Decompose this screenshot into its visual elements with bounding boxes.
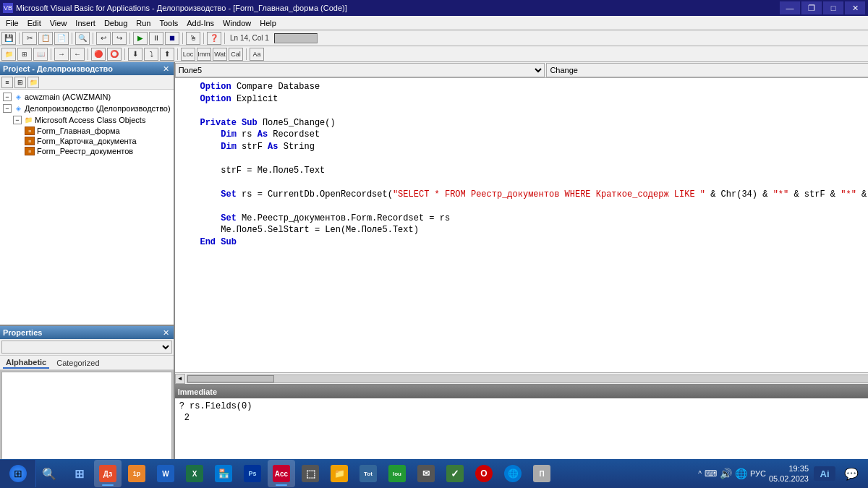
tree-item-form-reestr[interactable]: ≡ Form_Реестр_документов xyxy=(1,146,172,156)
tree-item-delopro[interactable]: − ◈ Делопроизводство (Делопроизводство) xyxy=(1,103,172,114)
procedure-dropdown[interactable]: Change xyxy=(546,63,868,77)
expand-icon2[interactable]: − xyxy=(3,104,12,113)
taskbar-app-notepad[interactable]: П xyxy=(528,460,556,487)
tb2-locals[interactable]: Loc xyxy=(181,48,195,61)
tray-clock[interactable]: 19:35 05.02.2023 xyxy=(769,463,809,484)
tb2-indent[interactable]: → xyxy=(54,48,69,61)
restore-button[interactable]: ❐ xyxy=(801,1,822,14)
code-hscroll[interactable]: ◄ ► xyxy=(175,372,868,384)
tb-run[interactable]: ▶ xyxy=(133,32,148,45)
object-dropdown[interactable]: Поле5 xyxy=(175,63,545,77)
tb2-toggle-bkpt[interactable]: 🔴 xyxy=(91,48,106,61)
menu-view[interactable]: View xyxy=(46,17,72,29)
toggle-folders-btn[interactable]: 📁 xyxy=(27,77,39,88)
props-tab-alphabetic[interactable]: Alphabetic xyxy=(3,357,49,369)
taskbar-app-cursor[interactable]: ⬚ xyxy=(297,460,324,487)
expand-icon[interactable]: − xyxy=(3,93,12,101)
tb2-immediate[interactable]: Imm xyxy=(197,48,211,61)
taskbar-app-tot[interactable]: Tot xyxy=(354,460,382,487)
menu-help[interactable]: Help xyxy=(255,17,281,29)
project-panel-close[interactable]: ✕ xyxy=(161,64,171,74)
tray-speaker[interactable]: 🔊 xyxy=(720,468,732,479)
props-panel-close[interactable]: ✕ xyxy=(161,328,171,338)
tb-pause[interactable]: ⏸ xyxy=(149,32,163,45)
tree-item-folder[interactable]: − 📁 Microsoft Access Class Objects xyxy=(1,114,172,126)
props-tab-categorized[interactable]: Categorized xyxy=(54,358,102,368)
tb2-step-over[interactable]: ⤵ xyxy=(144,48,158,61)
taskbar-app-1r[interactable]: 1р xyxy=(123,460,150,487)
maximize-button[interactable]: □ xyxy=(823,1,843,14)
tb2-callstack[interactable]: Cal xyxy=(229,48,243,61)
right-panel: Поле5 Change ▲ Option Compare Database O… xyxy=(175,62,868,471)
immediate-content[interactable]: ? rs.Fields(0) 2 xyxy=(175,398,868,459)
tb-redo[interactable]: ↪ xyxy=(112,32,127,45)
tb-paste[interactable]: 📄 xyxy=(54,32,69,45)
minimize-button[interactable]: — xyxy=(780,1,800,14)
tray-chat-button[interactable]: 💬 xyxy=(841,461,862,487)
props-object-select[interactable] xyxy=(1,341,172,354)
tray-expand[interactable]: ^ xyxy=(698,470,702,478)
taskbar-search-button[interactable]: 🔍 xyxy=(36,461,62,487)
tree-item-form-glavnaya[interactable]: ≡ Form_Главная_форма xyxy=(1,126,172,136)
expand-icon3[interactable]: − xyxy=(13,116,22,124)
tb-design[interactable]: 🖱 xyxy=(186,32,200,45)
code-hscroll-track xyxy=(187,374,868,383)
tb2-clear-bkpt[interactable]: ⭕ xyxy=(107,48,122,61)
menu-addins[interactable]: Add-Ins xyxy=(182,17,218,29)
taskbar-app-access[interactable]: Acc xyxy=(268,460,295,487)
tb-undo[interactable]: ↩ xyxy=(96,32,111,45)
taskbar-app-dz[interactable]: Дз xyxy=(94,460,122,487)
taskbar-app-ps[interactable]: Ps xyxy=(239,460,266,487)
menu-edit[interactable]: Edit xyxy=(23,17,46,29)
tb-cut[interactable]: ✂ xyxy=(22,32,37,45)
taskbar-app-iou[interactable]: Iou xyxy=(383,460,411,487)
code-hscroll-thumb[interactable] xyxy=(187,375,274,382)
taskbar-app-excel[interactable]: X xyxy=(181,460,208,487)
props-tabs: Alphabetic Categorized xyxy=(0,356,174,370)
tb2-props[interactable]: ⊞ xyxy=(17,48,32,61)
view-code-btn[interactable]: ≡ xyxy=(1,77,13,88)
taskbar-app-edge[interactable]: 🌐 xyxy=(499,460,527,487)
tree-item-form-kartochka[interactable]: ≡ Form_Карточка_документа xyxy=(1,136,172,146)
tb-help2[interactable]: ❓ xyxy=(207,32,221,45)
menu-tools[interactable]: Tools xyxy=(155,17,182,29)
menu-file[interactable]: File xyxy=(1,17,23,29)
taskbar-app-opera[interactable]: O xyxy=(470,460,498,487)
tb-stop[interactable]: ⏹ xyxy=(165,32,179,45)
tb-save[interactable]: 💾 xyxy=(1,32,16,45)
sep10 xyxy=(124,48,125,60)
tb-copy[interactable]: 📋 xyxy=(38,32,53,45)
taskbar-taskview[interactable]: ⊞ xyxy=(65,460,93,487)
tb2-objbrowser[interactable]: 📖 xyxy=(33,48,48,61)
separator6 xyxy=(203,33,204,44)
menu-run[interactable]: Run xyxy=(132,17,155,29)
view-object-btn[interactable]: ⊞ xyxy=(14,77,26,88)
taskbar-app-mail[interactable]: ✉ xyxy=(412,460,440,487)
tb-find[interactable]: 🔍 xyxy=(75,32,90,45)
titlebar-controls[interactable]: — ❐ □ ✕ xyxy=(780,1,865,14)
menu-insert[interactable]: Insert xyxy=(71,17,100,29)
taskbar-app-store[interactable]: 🏪 xyxy=(210,460,237,487)
taskbar-app-word[interactable]: W xyxy=(152,460,179,487)
tb2-step-into[interactable]: ⬇ xyxy=(128,48,142,61)
tray-ai-button[interactable]: Ai xyxy=(812,461,838,487)
tray-keyboard[interactable]: ⌨ xyxy=(705,468,717,479)
menu-window[interactable]: Window xyxy=(218,17,255,29)
tb2-step-out[interactable]: ⬆ xyxy=(160,48,174,61)
project-panel-header: Project - Делопроизводство ✕ xyxy=(0,62,174,75)
tb2-aa[interactable]: Aа xyxy=(250,48,264,61)
taskbar-app-check[interactable]: ✓ xyxy=(441,460,469,487)
code-hscroll-left[interactable]: ◄ xyxy=(175,374,185,384)
tb2-projexplorer[interactable]: 📁 xyxy=(1,48,16,61)
form-icon1: ≡ xyxy=(25,127,35,135)
taskbar-app-explorer[interactable]: 📁 xyxy=(326,460,353,487)
close-button[interactable]: ✕ xyxy=(845,1,865,14)
menu-debug[interactable]: Debug xyxy=(100,17,132,29)
tree-item-acwzmain[interactable]: − ◈ acwzmain (ACWZMAIN) xyxy=(1,91,172,103)
tb2-watch[interactable]: Wat xyxy=(213,48,227,61)
code-editor[interactable]: Option Compare Database Option Explicit … xyxy=(175,78,868,372)
start-button[interactable]: ⊞ xyxy=(0,460,36,487)
tb2-outdent[interactable]: ← xyxy=(70,48,85,61)
tray-language[interactable]: РУС xyxy=(750,469,766,478)
tray-network[interactable]: 🌐 xyxy=(735,468,747,479)
